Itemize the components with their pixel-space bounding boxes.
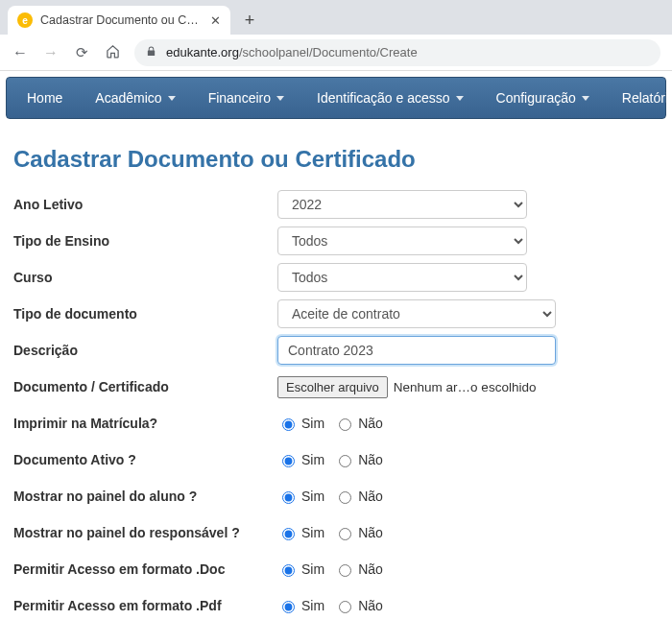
nav-item-label: Financeiro <box>208 90 271 106</box>
url-path: /schoolpanel/Documento/Create <box>239 45 418 60</box>
label-mostrar-aluno: Mostrar no painel do aluno ? <box>13 489 277 504</box>
radio-ativo-nao[interactable]: Não <box>334 452 383 467</box>
radio-pdf-sim[interactable]: Sim <box>277 598 324 613</box>
url-domain: edukante.org <box>166 45 239 60</box>
radio-responsavel-sim[interactable]: Sim <box>277 525 324 540</box>
label-descricao: Descrição <box>13 343 277 358</box>
file-choose-button[interactable]: Escolher arquivo <box>277 376 388 398</box>
label-curso: Curso <box>13 270 277 285</box>
radio-imprimir-sim[interactable]: Sim <box>277 416 324 431</box>
lock-icon <box>146 45 156 60</box>
label-acesso-doc: Permitir Acesso em formato .Doc <box>13 561 277 577</box>
select-tipo-documento[interactable]: Aceite de contrato <box>277 299 556 328</box>
nav-item-home[interactable]: Home <box>11 78 79 118</box>
nav-item-label: Configuração <box>496 90 576 106</box>
new-tab-button[interactable]: + <box>236 7 263 34</box>
label-mostrar-responsavel: Mostrar no painel do responsável ? <box>13 525 277 540</box>
nav-item-label: Relatórios <box>622 90 672 106</box>
browser-tab-strip: e Cadastrar Documento ou Certific ✕ + <box>0 0 672 35</box>
radio-pdf-nao[interactable]: Não <box>334 598 383 613</box>
main-nav: Home Acadêmico Financeiro Identificação … <box>6 77 666 119</box>
nav-item-label: Acadêmico <box>95 90 161 106</box>
back-button[interactable]: ← <box>12 44 29 61</box>
label-ano-letivo: Ano Letivo <box>13 197 277 212</box>
select-tipo-ensino[interactable]: Todos <box>277 227 527 255</box>
radio-doc-nao[interactable]: Não <box>334 561 383 577</box>
radio-doc-sim[interactable]: Sim <box>277 561 324 577</box>
page-title: Cadastrar Documento ou Certificado <box>13 146 659 173</box>
label-documento-ativo: Documento Ativo ? <box>13 452 277 467</box>
nav-item-academico[interactable]: Acadêmico <box>79 78 191 118</box>
radio-ativo-sim[interactable]: Sim <box>277 452 324 467</box>
select-ano-letivo[interactable]: 2022 <box>277 190 527 219</box>
nav-item-identificacao[interactable]: Identificação e acesso <box>300 78 480 118</box>
tab-title: Cadastrar Documento ou Certific <box>40 13 203 27</box>
label-tipo-documento: Tipo de documento <box>13 306 277 322</box>
url-input[interactable]: edukante.org/schoolpanel/Documento/Creat… <box>134 39 660 66</box>
browser-address-bar: ← → ⟳ edukante.org/schoolpanel/Documento… <box>0 35 672 71</box>
reload-button[interactable]: ⟳ <box>73 44 90 61</box>
chevron-down-icon <box>168 96 176 101</box>
file-status: Nenhum ar…o escolhido <box>394 380 537 394</box>
page-container: Cadastrar Documento ou Certificado Ano L… <box>0 119 672 620</box>
input-descricao[interactable] <box>277 336 556 365</box>
nav-item-configuracao[interactable]: Configuração <box>480 78 606 118</box>
radio-aluno-nao[interactable]: Não <box>334 489 383 504</box>
nav-item-financeiro[interactable]: Financeiro <box>192 78 300 118</box>
radio-aluno-sim[interactable]: Sim <box>277 489 324 504</box>
close-tab-icon[interactable]: ✕ <box>210 13 221 28</box>
nav-item-label: Identificação e acesso <box>317 90 450 106</box>
chevron-down-icon <box>456 96 464 101</box>
chevron-down-icon <box>582 96 589 101</box>
radio-responsavel-nao[interactable]: Não <box>334 525 383 540</box>
chevron-down-icon <box>276 96 284 101</box>
browser-tab[interactable]: e Cadastrar Documento ou Certific ✕ <box>8 6 230 35</box>
label-documento-certificado: Documento / Certificado <box>13 379 277 394</box>
label-imprimir-matricula: Imprimir na Matrícula? <box>13 416 277 431</box>
home-button[interactable] <box>104 44 121 61</box>
select-curso[interactable]: Todos <box>277 263 527 292</box>
label-tipo-ensino: Tipo de Ensino <box>13 233 277 249</box>
nav-item-relatorios[interactable]: Relatórios <box>606 78 672 118</box>
tab-favicon-icon: e <box>17 12 33 28</box>
label-acesso-pdf: Permitir Acesso em formato .Pdf <box>13 598 277 613</box>
nav-item-label: Home <box>27 90 62 106</box>
forward-button[interactable]: → <box>42 44 60 61</box>
radio-imprimir-nao[interactable]: Não <box>334 416 383 431</box>
